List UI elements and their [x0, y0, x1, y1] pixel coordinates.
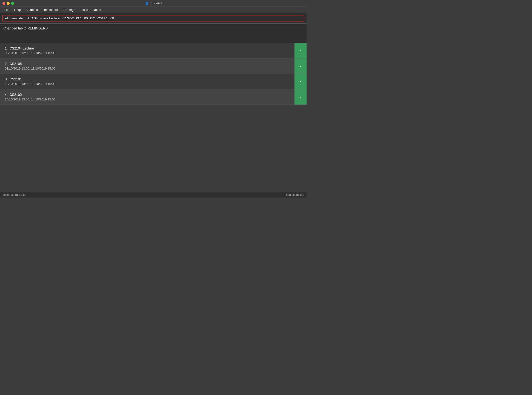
output-area: Changed tab to REMINDERS — [0, 24, 307, 43]
reminder-content-2: 2. CS2105 03/10/2019 13:00, 13/10/2019 1… — [0, 58, 294, 74]
reminder-content-3: 3. CS2101 13/10/2019 13:00, 13/10/2019 1… — [0, 74, 294, 89]
delete-reminder-2[interactable]: x — [294, 58, 307, 74]
titlebar: 👤 TutorAid — [0, 0, 307, 7]
reminder-content-1: 1. CS2104 Lecture 03/10/2019 12:00, 13/1… — [0, 43, 294, 58]
delete-reminder-1[interactable]: x — [294, 43, 307, 58]
reminder-title-3: 3. CS2101 — [5, 77, 290, 81]
reminder-title-2: 2. CS2105 — [5, 62, 290, 66]
reminder-content-4: 4. CS2100 14/10/2019 13:00, 14/10/2019 1… — [0, 89, 294, 105]
menubar: File Help Students Reminders Earnings Ta… — [0, 7, 307, 13]
reminder-item: 1. CS2104 Lecture 03/10/2019 12:00, 13/1… — [0, 43, 307, 58]
menu-file[interactable]: File — [2, 7, 11, 12]
reminders-list: 1. CS2104 Lecture 03/10/2019 12:00, 13/1… — [0, 43, 307, 192]
menu-help[interactable]: Help — [12, 7, 23, 12]
reminder-title-1: 1. CS2104 Lecture — [5, 46, 290, 50]
reminder-item: 4. CS2100 14/10/2019 13:00, 14/10/2019 1… — [0, 89, 307, 105]
minimize-button[interactable] — [7, 2, 10, 5]
reminder-dates-2: 03/10/2019 13:00, 13/10/2019 15:00 — [5, 67, 290, 70]
reminder-dates-3: 13/10/2019 13:00, 13/10/2019 15:00 — [5, 82, 290, 86]
reminder-title-4: 4. CS2100 — [5, 93, 290, 97]
statusbar: ./data/tutoraid.json Reminders Tab — [0, 192, 307, 198]
command-input[interactable] — [2, 15, 304, 21]
menu-tasks[interactable]: Tasks — [78, 7, 90, 12]
menu-students[interactable]: Students — [24, 7, 40, 12]
reminder-dates-1: 03/10/2019 12:00, 13/10/2019 15:00 — [5, 51, 290, 55]
window-controls — [2, 2, 14, 5]
menu-notes[interactable]: Notes — [91, 7, 103, 12]
reminder-dates-4: 14/10/2019 13:00, 14/10/2019 15:00 — [5, 98, 290, 101]
output-text: Changed tab to REMINDERS — [3, 26, 48, 30]
reminder-item: 3. CS2101 13/10/2019 13:00, 13/10/2019 1… — [0, 74, 307, 89]
command-bar — [0, 13, 307, 24]
main-content: Changed tab to REMINDERS 1. CS2104 Lectu… — [0, 13, 307, 192]
delete-reminder-4[interactable]: x — [294, 89, 307, 105]
maximize-button[interactable] — [11, 2, 14, 5]
app-icon: 👤 — [145, 1, 149, 5]
menu-earnings[interactable]: Earnings — [61, 7, 77, 12]
reminder-item: 2. CS2105 03/10/2019 13:00, 13/10/2019 1… — [0, 58, 307, 74]
menu-reminders[interactable]: Reminders — [41, 7, 60, 12]
statusbar-right: Reminders Tab — [285, 193, 304, 197]
close-button[interactable] — [2, 2, 5, 5]
app-title: 👤 TutorAid — [145, 1, 162, 5]
statusbar-left: ./data/tutoraid.json — [2, 193, 26, 197]
delete-reminder-3[interactable]: x — [294, 74, 307, 89]
